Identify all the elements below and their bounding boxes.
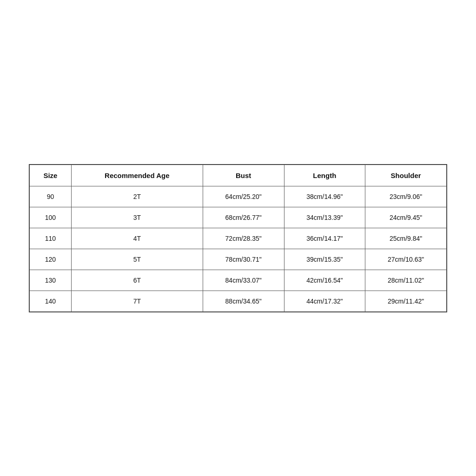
cell-size: 100 <box>30 207 72 228</box>
size-chart-table: Size Recommended Age Bust Length Shoulde… <box>29 165 447 312</box>
cell-age: 7T <box>71 291 203 311</box>
cell-shoulder: 27cm/10.63" <box>365 249 447 270</box>
cell-bust: 72cm/28.35" <box>203 228 284 249</box>
col-header-shoulder: Shoulder <box>365 165 447 186</box>
cell-length: 34cm/13.39" <box>284 207 365 228</box>
cell-shoulder: 29cm/11.42" <box>365 291 447 311</box>
cell-age: 3T <box>71 207 203 228</box>
table-row: 902T64cm/25.20"38cm/14.96"23cm/9.06" <box>30 186 447 207</box>
cell-bust: 78cm/30.71" <box>203 249 284 270</box>
cell-shoulder: 23cm/9.06" <box>365 186 447 207</box>
cell-size: 130 <box>30 270 72 291</box>
cell-size: 110 <box>30 228 72 249</box>
cell-age: 2T <box>71 186 203 207</box>
cell-bust: 64cm/25.20" <box>203 186 284 207</box>
cell-length: 36cm/14.17" <box>284 228 365 249</box>
cell-shoulder: 25cm/9.84" <box>365 228 447 249</box>
cell-size: 140 <box>30 291 72 311</box>
cell-length: 39cm/15.35" <box>284 249 365 270</box>
table-row: 1104T72cm/28.35"36cm/14.17"25cm/9.84" <box>30 228 447 249</box>
cell-bust: 84cm/33.07" <box>203 270 284 291</box>
cell-length: 38cm/14.96" <box>284 186 365 207</box>
cell-length: 44cm/17.32" <box>284 291 365 311</box>
col-header-bust: Bust <box>203 165 284 186</box>
cell-bust: 68cm/26.77" <box>203 207 284 228</box>
table-header-row: Size Recommended Age Bust Length Shoulde… <box>30 165 447 186</box>
size-chart-container: Size Recommended Age Bust Length Shoulde… <box>29 164 447 312</box>
table-row: 1205T78cm/30.71"39cm/15.35"27cm/10.63" <box>30 249 447 270</box>
col-header-length: Length <box>284 165 365 186</box>
cell-bust: 88cm/34.65" <box>203 291 284 311</box>
col-header-size: Size <box>30 165 72 186</box>
col-header-age: Recommended Age <box>71 165 203 186</box>
cell-size: 120 <box>30 249 72 270</box>
cell-shoulder: 28cm/11.02" <box>365 270 447 291</box>
cell-length: 42cm/16.54" <box>284 270 365 291</box>
table-row: 1407T88cm/34.65"44cm/17.32"29cm/11.42" <box>30 291 447 311</box>
cell-age: 5T <box>71 249 203 270</box>
cell-size: 90 <box>30 186 72 207</box>
cell-shoulder: 24cm/9.45" <box>365 207 447 228</box>
cell-age: 6T <box>71 270 203 291</box>
table-row: 1003T68cm/26.77"34cm/13.39"24cm/9.45" <box>30 207 447 228</box>
cell-age: 4T <box>71 228 203 249</box>
table-row: 1306T84cm/33.07"42cm/16.54"28cm/11.02" <box>30 270 447 291</box>
